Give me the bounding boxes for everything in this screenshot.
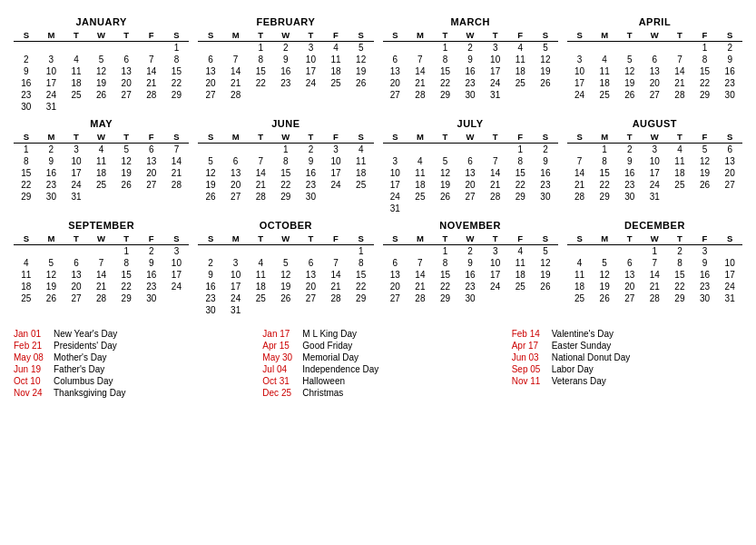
calendar-day: 13 bbox=[198, 65, 223, 77]
calendar-day: 1 bbox=[433, 42, 458, 54]
calendar-day: 4 bbox=[14, 257, 39, 269]
day-header: F bbox=[692, 29, 718, 42]
holiday-date: Apr 17 bbox=[512, 341, 546, 351]
calendar-day: 12 bbox=[349, 54, 374, 65]
calendar-day: 31 bbox=[483, 89, 508, 101]
day-header: S bbox=[198, 131, 223, 144]
day-header: S bbox=[198, 233, 223, 245]
calendar-day: 25 bbox=[248, 292, 273, 304]
calendar-day: 11 bbox=[14, 269, 39, 281]
month-title: JULY bbox=[383, 118, 558, 129]
holiday-row: Jun 03National Donut Day bbox=[512, 352, 742, 362]
calendar-day: 21 bbox=[667, 77, 692, 89]
calendar-day: 11 bbox=[349, 155, 374, 167]
holiday-row: Feb 21Presidents' Day bbox=[14, 341, 244, 351]
calendar-day: 8 bbox=[692, 54, 718, 65]
calendar-day: 10 bbox=[383, 167, 408, 179]
calendar-day bbox=[14, 245, 39, 258]
calendar-day: 27 bbox=[223, 191, 249, 203]
calendar-day: 27 bbox=[139, 179, 164, 191]
calendar-day: 10 bbox=[223, 269, 249, 281]
calendar-day: 22 bbox=[667, 281, 692, 292]
calendar-day: 1 bbox=[164, 42, 190, 54]
day-header: T bbox=[64, 131, 89, 144]
calendar-day: 3 bbox=[299, 42, 324, 54]
calendar-day: 28 bbox=[248, 191, 273, 203]
calendar-day bbox=[692, 191, 718, 203]
calendar-day: 1 bbox=[692, 42, 718, 54]
calendar-day: 10 bbox=[567, 65, 593, 77]
calendar-day: 12 bbox=[39, 269, 64, 281]
calendar-day: 21 bbox=[223, 77, 249, 89]
month-title: JANUARY bbox=[14, 16, 189, 27]
calendar-day: 29 bbox=[507, 191, 533, 203]
holidays-section: Jan 01New Year's DayFeb 21Presidents' Da… bbox=[14, 329, 742, 398]
calendar-day: 14 bbox=[139, 65, 164, 77]
holiday-name: Christmas bbox=[302, 388, 343, 398]
day-header: S bbox=[14, 233, 39, 245]
calendar-day: 13 bbox=[383, 65, 408, 77]
calendar-day: 7 bbox=[407, 54, 433, 65]
calendar-day: 8 bbox=[113, 257, 139, 269]
calendar-day: 27 bbox=[299, 292, 324, 304]
calendar-day: 21 bbox=[643, 281, 668, 292]
day-header: S bbox=[349, 29, 374, 42]
calendar-day: 20 bbox=[64, 281, 89, 292]
calendar-day: 27 bbox=[717, 179, 742, 191]
calendar-day: 2 bbox=[198, 257, 223, 269]
calendar-day: 16 bbox=[457, 65, 483, 77]
holiday-row: Apr 17Easter Sunday bbox=[512, 341, 742, 351]
calendar-day: 19 bbox=[89, 77, 114, 89]
calendar-day bbox=[323, 191, 349, 203]
calendar-day: 4 bbox=[592, 54, 617, 65]
day-header: T bbox=[248, 233, 273, 245]
calendar-day: 2 bbox=[273, 42, 299, 54]
day-header: F bbox=[507, 131, 533, 144]
calendar-day: 10 bbox=[483, 257, 508, 269]
calendar-day: 8 bbox=[667, 257, 692, 269]
calendar-day: 13 bbox=[113, 65, 139, 77]
calendar-day: 24 bbox=[223, 292, 249, 304]
calendar-day: 20 bbox=[383, 77, 408, 89]
calendar-day: 23 bbox=[717, 77, 742, 89]
calendar-day: 18 bbox=[567, 281, 593, 292]
calendar-day: 27 bbox=[113, 89, 139, 101]
calendar-day: 15 bbox=[113, 269, 139, 281]
calendar-day: 28 bbox=[89, 292, 114, 304]
calendar-day bbox=[567, 42, 593, 54]
calendar-day bbox=[407, 42, 433, 54]
calendar-day bbox=[64, 101, 89, 113]
calendar-day bbox=[507, 89, 533, 101]
day-header: S bbox=[14, 29, 39, 42]
day-header: S bbox=[533, 29, 558, 42]
calendar-day bbox=[507, 292, 533, 304]
calendar-day: 26 bbox=[592, 292, 617, 304]
holiday-row: Apr 15Good Friday bbox=[262, 341, 493, 351]
calendar-day bbox=[407, 245, 433, 258]
calendar-day: 8 bbox=[433, 54, 458, 65]
calendar-day: 31 bbox=[64, 191, 89, 203]
calendar-day: 24 bbox=[299, 77, 324, 89]
calendar-day: 16 bbox=[617, 167, 643, 179]
calendar-day: 5 bbox=[433, 155, 458, 167]
calendar-day: 5 bbox=[113, 144, 139, 156]
day-header: F bbox=[139, 131, 164, 144]
calendar-day: 8 bbox=[248, 54, 273, 65]
calendar-day bbox=[299, 89, 324, 101]
calendar-day: 18 bbox=[349, 167, 374, 179]
month-march: MARCHSMTWTFS1234567891011121314151617181… bbox=[383, 16, 558, 113]
calendar-day: 19 bbox=[533, 65, 558, 77]
calendar-day: 19 bbox=[39, 281, 64, 292]
calendar-day: 18 bbox=[407, 179, 433, 191]
calendar-day: 26 bbox=[349, 77, 374, 89]
day-header: M bbox=[223, 233, 249, 245]
day-header: W bbox=[457, 29, 483, 42]
calendar-day: 28 bbox=[407, 292, 433, 304]
day-header: T bbox=[64, 233, 89, 245]
calendar-day: 7 bbox=[667, 54, 692, 65]
calendar-day: 15 bbox=[433, 269, 458, 281]
day-header: T bbox=[617, 233, 643, 245]
calendar-day: 14 bbox=[89, 269, 114, 281]
calendar-day bbox=[39, 245, 64, 258]
calendar-day bbox=[349, 191, 374, 203]
